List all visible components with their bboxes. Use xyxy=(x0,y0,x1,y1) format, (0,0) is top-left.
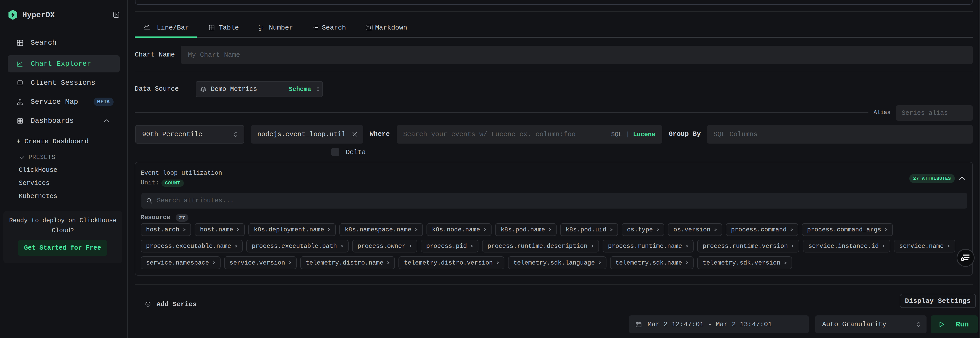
svg-text:3: 3 xyxy=(261,26,264,30)
svg-text:2: 2 xyxy=(259,28,261,31)
